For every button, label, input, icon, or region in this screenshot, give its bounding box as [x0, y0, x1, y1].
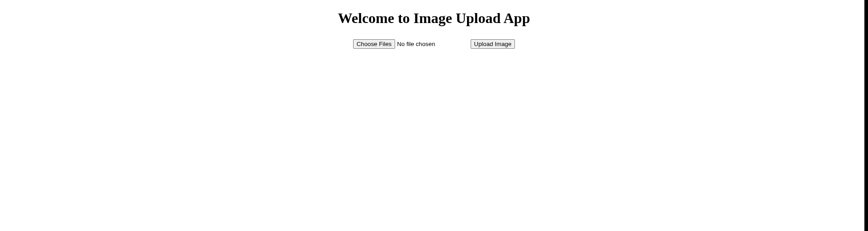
page-title: Welcome to Image Upload App: [82, 10, 786, 27]
file-status-text: No file chosen: [397, 41, 435, 47]
upload-image-button[interactable]: Upload Image: [471, 39, 515, 49]
vertical-scrollbar[interactable]: [864, 0, 868, 231]
choose-files-button[interactable]: Choose Files: [353, 39, 396, 49]
main-content: Welcome to Image Upload App Choose Files…: [82, 0, 786, 49]
upload-form: Choose Files No file chosen Upload Image: [82, 39, 786, 49]
file-input-group: Choose Files No file chosen: [353, 39, 435, 49]
